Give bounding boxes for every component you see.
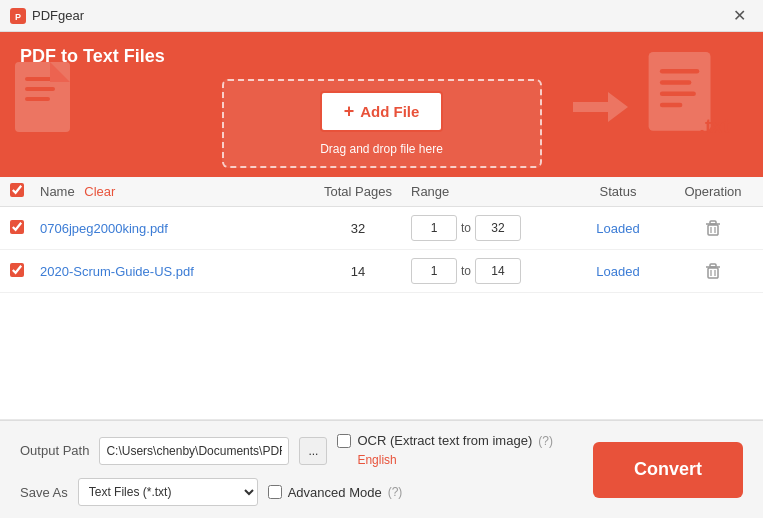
svg-text:P: P [15,12,21,22]
svg-rect-10 [660,91,696,96]
app-title: PDFgear [32,8,84,23]
svg-rect-11 [660,103,683,108]
row1-pages: 32 [313,221,403,236]
clear-button[interactable]: Clear [84,184,115,199]
row2-range-from[interactable] [411,258,457,284]
page-title: PDF to Text Files [20,46,743,67]
row2-pages: 14 [313,264,403,279]
main-content: PDF to Text Files .txt + Add File [0,32,763,518]
row1-range-to[interactable] [475,215,521,241]
svg-rect-16 [710,221,716,224]
header-check [10,183,40,200]
row1-check [10,220,40,237]
drag-drop-text: Drag and drop file here [244,142,520,156]
advanced-help-icon: (?) [388,485,403,499]
ocr-row: OCR (Extract text from image) (?) [337,433,552,448]
add-file-label: Add File [360,103,419,120]
bg-txt-icon: .txt [643,52,733,142]
header-banner: PDF to Text Files .txt + Add File [0,32,763,177]
svg-rect-9 [660,80,692,85]
advanced-mode-checkbox[interactable] [268,485,282,499]
app-icon: P [10,8,26,24]
table-row: 2020-Scrum-Guide-US.pdf 14 to Loaded [0,250,763,293]
title-bar-left: P PDFgear [10,8,84,24]
row2-check [10,263,40,280]
svg-rect-8 [660,69,699,74]
row1-operation [673,219,753,237]
row2-status: Loaded [563,264,673,279]
footer-left: Output Path ... OCR (Extract text from i… [20,433,583,506]
footer-grid: Output Path ... OCR (Extract text from i… [20,433,743,506]
footer: Output Path ... OCR (Extract text from i… [0,420,763,518]
trash-icon [704,219,722,237]
output-path-line: Output Path ... OCR (Extract text from i… [20,433,583,468]
table-container: Name Clear Total Pages Range Status Oper… [0,177,763,419]
svg-rect-5 [25,97,50,101]
drop-zone[interactable]: + Add File Drag and drop file here [222,79,542,168]
svg-marker-13 [573,92,628,122]
col-op-header: Operation [673,184,753,199]
ocr-help-icon: (?) [538,434,553,448]
row1-delete-button[interactable] [673,219,753,237]
close-button[interactable]: ✕ [725,2,753,30]
row1-status: Loaded [563,221,673,236]
ocr-checkbox[interactable] [337,434,351,448]
output-path-label: Output Path [20,443,89,458]
row1-range-from[interactable] [411,215,457,241]
bg-pdf-icon [10,62,90,142]
convert-section: Convert [593,442,743,498]
svg-rect-14 [708,225,718,235]
ocr-section: OCR (Extract text from image) (?) Englis… [337,433,552,468]
plus-icon: + [344,101,355,122]
row2-range-to[interactable] [475,258,521,284]
select-all-checkbox[interactable] [10,183,24,197]
output-path-input[interactable] [99,437,289,465]
col-pages-header: Total Pages [313,184,403,199]
col-name-header: Name Clear [40,184,313,199]
row2-to-text: to [461,264,471,278]
title-bar: P PDFgear ✕ [0,0,763,32]
convert-button[interactable]: Convert [593,442,743,498]
svg-rect-21 [710,264,716,267]
ocr-label: OCR (Extract text from image) [357,433,532,448]
row1-checkbox[interactable] [10,220,24,234]
col-range-header: Range [403,184,563,199]
row1-to-text: to [461,221,471,235]
row1-range: to [403,215,563,241]
table-row: 0706jpeg2000king.pdf 32 to Loaded [0,207,763,250]
row1-filename: 0706jpeg2000king.pdf [40,221,313,236]
svg-rect-4 [25,87,55,91]
col-status-header: Status [563,184,673,199]
advanced-mode-label: Advanced Mode [288,485,382,500]
trash-icon [704,262,722,280]
add-file-button[interactable]: + Add File [320,91,444,132]
row2-delete-button[interactable] [673,262,753,280]
save-as-label: Save As [20,485,68,500]
svg-text:.txt: .txt [699,115,730,137]
svg-rect-19 [708,268,718,278]
save-as-select[interactable]: Text Files (*.txt) Word Document (*.docx… [78,478,258,506]
row2-checkbox[interactable] [10,263,24,277]
save-as-line: Save As Text Files (*.txt) Word Document… [20,478,583,506]
row2-operation [673,262,753,280]
advanced-mode-row: Advanced Mode (?) [268,485,403,500]
row2-range: to [403,258,563,284]
browse-button[interactable]: ... [299,437,327,465]
table-header: Name Clear Total Pages Range Status Oper… [0,177,763,207]
ocr-language[interactable]: English [357,453,396,467]
row2-filename: 2020-Scrum-Guide-US.pdf [40,264,313,279]
bg-arrow-icon [573,82,633,132]
empty-area [0,293,763,419]
